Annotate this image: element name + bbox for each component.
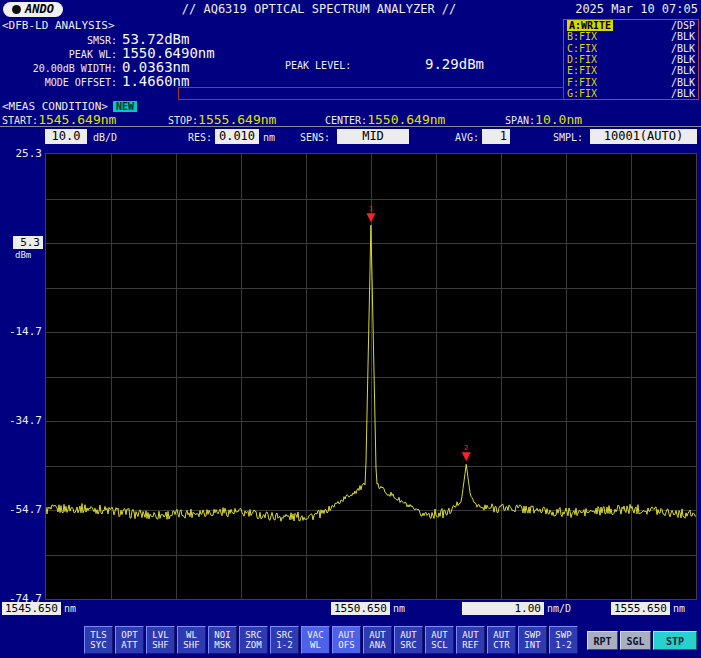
key-stp[interactable]: STP [653, 631, 697, 650]
meas-condition-label: <MEAS CONDITION> [2, 100, 108, 113]
trace-status: /BLK [671, 43, 695, 54]
analysis-header: <DFB-LD ANALYSIS> [2, 19, 560, 32]
trace-name: F:FIX [567, 77, 597, 88]
x-stop-group: 1555.650 nm [611, 602, 685, 615]
trace-row-f[interactable]: F:FIX /BLK [564, 76, 698, 87]
x-start-field[interactable]: 1545.650 [2, 602, 61, 615]
softkey-wl-shf[interactable]: WLSHF [177, 626, 206, 654]
resolution-field[interactable]: 0.010 [215, 129, 259, 144]
softkey-aut-scl[interactable]: AUTSCL [425, 626, 454, 654]
sampling-field[interactable]: 10001(AUTO) [590, 129, 697, 144]
trace-name: A:WRITE [567, 20, 613, 31]
osa-screen: ANDO // AQ6319 OPTICAL SPECTRUM ANALYZER… [0, 0, 701, 658]
peak-wl-label: PEAK WL: [2, 49, 122, 60]
trace-status: /BLK [671, 31, 695, 42]
y-label-4: -54.7 [0, 503, 42, 516]
x-scale-field[interactable]: 1.00 [462, 602, 544, 615]
x-scale-group: 1.00 nm/D [462, 602, 571, 615]
analysis-row-mode-offset: MODE OFFSET: 1.4660nm [2, 74, 560, 88]
resolution-label: RES: [188, 132, 212, 143]
level-scale-field[interactable]: 10.0 [45, 129, 87, 144]
level-scale-unit: dB/D [93, 132, 117, 143]
key-sgl[interactable]: SGL [620, 631, 651, 650]
svg-text:1: 1 [369, 205, 373, 213]
sensitivity-field[interactable]: MID [337, 129, 409, 144]
softkey-aut-ref[interactable]: AUTREF [456, 626, 485, 654]
ando-logo: ANDO [3, 2, 63, 17]
softkey-opt-att[interactable]: OPTATT [115, 626, 144, 654]
start-value: 1545.649nm [38, 112, 116, 127]
stop-param[interactable]: STOP: 1555.649nm [168, 112, 276, 127]
softkey-aut-ana[interactable]: AUTANA [363, 626, 392, 654]
x-scale-unit: nm/D [547, 603, 571, 614]
average-field[interactable]: 1 [482, 129, 510, 144]
center-label: CENTER: [325, 115, 367, 126]
trace-row-c[interactable]: C:FIX /BLK [564, 43, 698, 54]
softkey-aut-src[interactable]: AUTSRC [394, 626, 423, 654]
trace-panel: A:WRITE /DSP B:FIX /BLK C:FIX /BLK D:FIX… [563, 19, 699, 100]
trace-name: C:FIX [567, 43, 597, 54]
softkey-swp-int[interactable]: SWPINT [518, 626, 547, 654]
peak-level-label: PEAK LEVEL: [285, 60, 351, 71]
analysis-row-smsr: SMSR: 53.72dBm [2, 32, 560, 46]
start-label: START: [2, 115, 38, 126]
trace-name: B:FIX [567, 31, 597, 42]
ref-level-value: 5.3 [20, 236, 40, 249]
softkey-bar: TLSSYC OPTATT LVLSHF WLSHF NOIMSK SRCZOM… [0, 626, 701, 657]
mode-offset-value: 1.4660nm [122, 74, 189, 88]
softkey-lvl-shf[interactable]: LVLSHF [146, 626, 175, 654]
width-20db-label: 20.00dB WIDTH: [2, 63, 122, 74]
y-label-top: 25.3 [0, 147, 42, 160]
softkey-vac-wl[interactable]: VACWL [301, 626, 330, 654]
span-param[interactable]: SPAN: 10.0nm [505, 112, 582, 127]
x-stop-unit: nm [673, 603, 685, 614]
meas-condition-row: <MEAS CONDITION> NEW [2, 100, 137, 112]
stop-label: STOP: [168, 115, 198, 126]
x-center-field[interactable]: 1550.650 [331, 602, 390, 615]
x-axis-labels: 1545.650 nm 1550.650 nm 1.00 nm/D 1555.6… [0, 602, 701, 616]
softkey-aut-ctr[interactable]: AUTCTR [487, 626, 516, 654]
span-value: 10.0nm [535, 112, 582, 127]
trace-row-d[interactable]: D:FIX /BLK [564, 54, 698, 65]
softkey-aut-ofs[interactable]: AUTOFS [332, 626, 361, 654]
smsr-label: SMSR: [2, 35, 122, 46]
peak-level-value: 9.29dBm [425, 56, 484, 72]
center-param[interactable]: CENTER: 1550.649nm [325, 112, 445, 127]
chart-region: 25.3 5.3 REF dBm -14.7 -34.7 -54.7 -74.7… [0, 146, 701, 616]
spectrum-svg: 12 [46, 154, 696, 599]
trace-row-b[interactable]: B:FIX /BLK [564, 31, 698, 42]
trace-status: /BLK [671, 65, 695, 76]
width-20db-value: 0.0363nm [122, 60, 189, 74]
smsr-value: 53.72dBm [122, 32, 189, 46]
trace-status: /DSP [671, 20, 695, 31]
titlebar: ANDO // AQ6319 OPTICAL SPECTRUM ANALYZER… [0, 0, 701, 18]
sensitivity-label: SENS: [300, 132, 330, 143]
softkey-tls-syc[interactable]: TLSSYC [84, 626, 113, 654]
span-label: SPAN: [505, 115, 535, 126]
svg-text:2: 2 [464, 444, 468, 452]
softkey-noi-msk[interactable]: NOIMSK [208, 626, 237, 654]
center-value: 1550.649nm [367, 112, 445, 127]
trace-name: E:FIX [567, 65, 597, 76]
y-unit-label: dBm [15, 250, 31, 260]
x-stop-field[interactable]: 1555.650 [611, 602, 670, 615]
analysis-result-box [178, 87, 564, 100]
trace-name: D:FIX [567, 54, 597, 65]
softkey-swp-1-2[interactable]: SWP1-2 [549, 626, 578, 654]
ref-level-field[interactable]: 5.3 [13, 236, 43, 249]
trace-row-g[interactable]: G:FIX /BLK [564, 88, 698, 99]
x-center-group: 1550.650 nm [331, 602, 405, 615]
key-rpt[interactable]: RPT [587, 631, 618, 650]
average-label: AVG: [455, 132, 479, 143]
trace-status: /BLK [671, 54, 695, 65]
softkey-src-1-2[interactable]: SRC1-2 [270, 626, 299, 654]
settings-row: 10.0 dB/D RES: 0.010 nm SENS: MID AVG: 1… [0, 128, 701, 147]
trace-status: /BLK [671, 88, 695, 99]
softkey-src-zom[interactable]: SRCZOM [239, 626, 268, 654]
trace-row-e[interactable]: E:FIX /BLK [564, 65, 698, 76]
peak-wl-value: 1550.6490nm [122, 46, 215, 60]
trace-row-a[interactable]: A:WRITE /DSP [564, 20, 698, 31]
stop-value: 1555.649nm [198, 112, 276, 127]
datetime: 2025 Mar 10 07:05 [575, 2, 698, 16]
start-param[interactable]: START: 1545.649nm [2, 112, 116, 127]
